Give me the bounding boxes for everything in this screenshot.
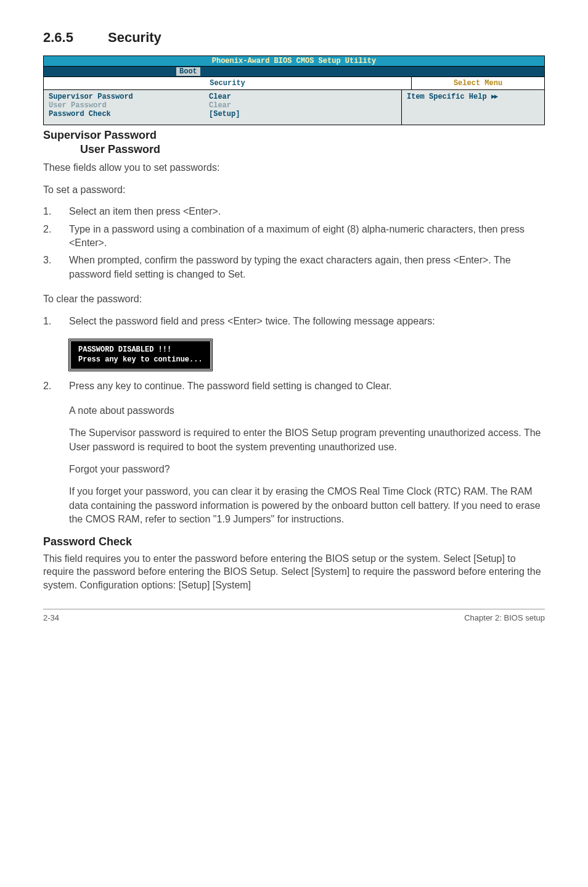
note-heading-1: A note about passwords xyxy=(69,404,545,418)
page-footer: 2-34 Chapter 2: BIOS setup xyxy=(43,609,545,622)
msg-line-2: Press any key to continue... xyxy=(78,355,203,365)
bios-screenshot: Phoenix-Award BIOS CMOS Setup Utility Bo… xyxy=(43,56,545,125)
clear-intro: To clear the password: xyxy=(43,292,545,306)
msg-line-1: PASSWORD DISABLED !!! xyxy=(78,345,203,355)
section-heading: 2.6.5Security xyxy=(43,30,545,46)
bios-row-user: User Password Clear xyxy=(49,101,396,110)
bios-label: Supervisor Password xyxy=(49,93,209,101)
bios-tab-boot: Boot xyxy=(176,67,200,76)
list-item: 2.Press any key to continue. The passwor… xyxy=(43,379,545,393)
bios-title: Phoenix-Award BIOS CMOS Setup Utility xyxy=(44,56,544,67)
bios-header-security: Security xyxy=(44,77,412,89)
footer-chapter: Chapter 2: BIOS setup xyxy=(464,613,545,622)
bios-label: Password Check xyxy=(49,110,209,118)
password-check-heading: Password Check xyxy=(43,535,545,548)
password-disabled-message: PASSWORD DISABLED !!! Press any key to c… xyxy=(69,339,212,370)
user-password-heading: User Password xyxy=(43,143,545,156)
clear-password-steps-1: 1.Select the password field and press <E… xyxy=(43,315,545,328)
bios-settings-pane: Supervisor Password Clear User Password … xyxy=(44,90,402,125)
note-body-1: The Supervisor password is required to e… xyxy=(69,426,545,454)
section-title: Security xyxy=(108,30,161,45)
list-item: 2.Type in a password using a combination… xyxy=(43,223,545,250)
bios-help-pane: Item Specific Help ►► xyxy=(402,90,544,125)
bios-help-label: Item Specific Help xyxy=(407,93,487,101)
list-item: 1.Select the password field and press <E… xyxy=(43,315,545,328)
password-check-body: This field requires you to enter the pas… xyxy=(43,552,545,592)
list-item: 1.Select an item then press <Enter>. xyxy=(43,205,545,218)
bios-column-headers: Security Select Menu xyxy=(44,77,544,90)
section-number: 2.6.5 xyxy=(43,30,108,46)
bios-value: [Setup] xyxy=(209,110,240,118)
intro-text-2: To set a password: xyxy=(43,183,545,197)
password-note-block: A note about passwords The Supervisor pa… xyxy=(43,404,545,527)
bios-tabbar: Boot xyxy=(44,67,544,77)
supervisor-password-heading: Supervisor Password xyxy=(43,129,545,142)
note-heading-2: Forgot your password? xyxy=(69,463,545,476)
note-body-2: If you forget your password, you can cle… xyxy=(69,485,545,526)
intro-text-1: These fields allow you to set passwords: xyxy=(43,161,545,175)
bios-row-supervisor: Supervisor Password Clear xyxy=(49,93,396,101)
bios-value: Clear xyxy=(209,101,231,110)
clear-password-steps-2: 2.Press any key to continue. The passwor… xyxy=(43,379,545,393)
list-item: 3.When prompted, confirm the password by… xyxy=(43,254,545,281)
set-password-steps: 1.Select an item then press <Enter>. 2.T… xyxy=(43,205,545,281)
bios-label: User Password xyxy=(49,101,209,110)
bios-value: Clear xyxy=(209,93,231,101)
bios-header-selectmenu: Select Menu xyxy=(412,77,544,89)
bios-row-pwcheck: Password Check [Setup] xyxy=(49,110,396,118)
footer-page-number: 2-34 xyxy=(43,613,59,622)
arrow-right-icon: ►► xyxy=(491,93,497,101)
